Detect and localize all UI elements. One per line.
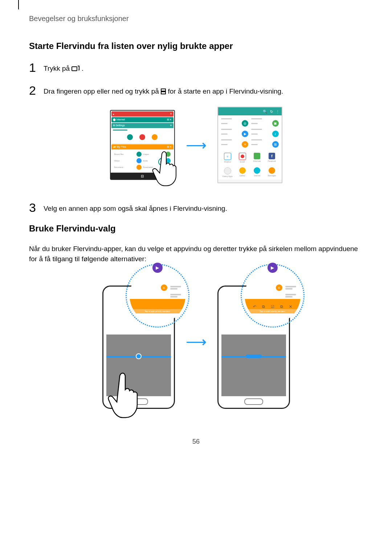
section2-body-text: Når du bruker Flervindu-apper, kan du ve…	[29, 244, 363, 264]
step-3-number: 3	[29, 201, 41, 214]
search-icon: 🔍	[263, 110, 267, 114]
section-title-start-multiwindow: Starte Flervindu fra listen over nylig b…	[29, 41, 363, 51]
figure-1: ●✕ ⬤ Internet ⊞ ✕ ⚙ Settings ✕	[29, 107, 363, 183]
hand-pointer-icon	[152, 150, 177, 186]
drag-content-icon: ⧉	[262, 304, 265, 309]
page-number: 56	[29, 438, 363, 446]
svg-rect-1	[161, 89, 166, 91]
arrow-right-icon: ⟶	[186, 333, 207, 350]
step-2-text-post: for å starte en app i Flervindu-visning.	[168, 87, 283, 95]
hand-pointer-icon	[107, 372, 138, 422]
maximize-icon: ☑	[271, 304, 274, 309]
step-3-text: Velg en annen app som også skal åpnes i …	[44, 201, 227, 214]
video-app-icon: ▶	[268, 263, 278, 273]
step-2: 2 Dra fingeren opp eller ned og trykk på…	[29, 84, 363, 98]
multiwindow-handle-dot	[136, 353, 142, 359]
step-1: 1 Trykk på .	[29, 61, 363, 75]
figure1-file-manager-mock: 🔍 ↻ ⋮ ◎ ▣ ▶ ♪ ≡ ⊞ ⧉Dropbox Email Evernot…	[217, 107, 282, 183]
swap-window-icon: ↶	[253, 304, 256, 309]
multiwindow-expanded-handle	[246, 354, 262, 358]
minimize-icon: ⧉	[280, 304, 283, 309]
video-app-icon: ▶	[152, 263, 163, 273]
figure1-recent-apps-mock: ●✕ ⬤ Internet ⊞ ✕ ⚙ Settings ✕	[110, 110, 175, 180]
section-title-use-multiwindow-options: Bruke Flervindu-valg	[29, 223, 363, 234]
magnifier-circle: ▶ ≡ Tap to add priority senders	[126, 264, 189, 328]
magnifier-circle: ▶ ≡ ↶ ⧉ ☑ ⧉ ✕ Tap to add priority sender…	[241, 264, 305, 328]
step-1-number: 1	[29, 61, 41, 74]
figure-2: ▶ ≡ Tap to add priority senders ⟶	[29, 275, 363, 409]
recent-apps-icon	[72, 64, 79, 75]
step-1-text-pre: Trykk på	[44, 65, 72, 72]
multiwindow-options-toolbar: ↶ ⧉ ☑ ⧉ ✕	[245, 303, 301, 311]
arrow-right-icon: ⟶	[186, 137, 207, 153]
step-3: 3 Velg en annen app som også skal åpnes …	[29, 201, 363, 214]
step-1-text-post: .	[82, 65, 83, 72]
multiwindow-split-icon	[161, 87, 166, 98]
svg-rect-2	[161, 92, 166, 94]
step-2-text-pre: Dra fingeren opp eller ned og trykk på	[44, 87, 161, 95]
close-icon: ✕	[289, 304, 292, 309]
refresh-icon: ↻	[270, 110, 273, 114]
svg-rect-0	[72, 67, 77, 71]
chapter-header: Bevegelser og bruksfunksjoner	[29, 15, 363, 23]
more-icon: ⋮	[276, 110, 279, 114]
step-2-number: 2	[29, 84, 41, 97]
